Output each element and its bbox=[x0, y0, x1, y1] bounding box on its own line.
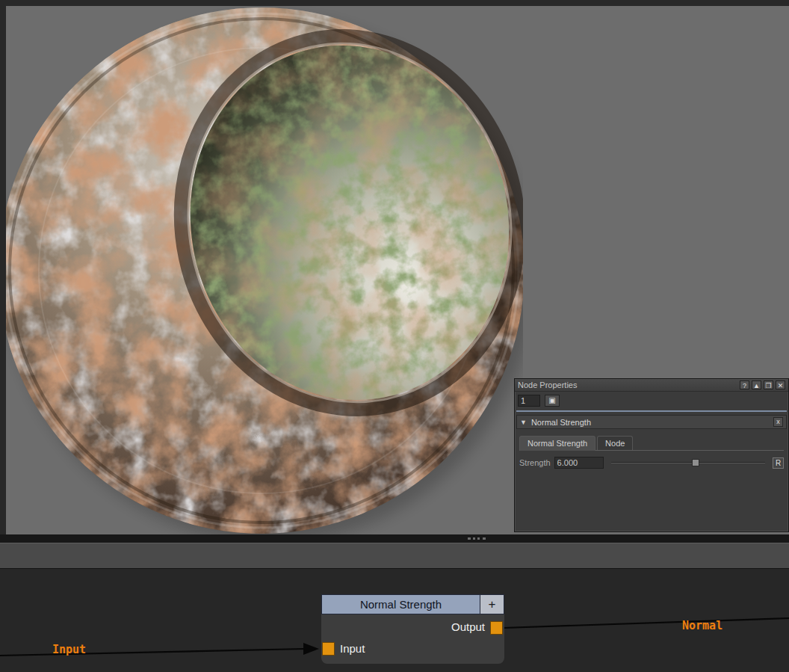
strength-label: Strength bbox=[519, 458, 551, 467]
pin-icon[interactable]: ▲ bbox=[752, 380, 761, 389]
pin-properties-button[interactable]: ▣ bbox=[545, 395, 560, 407]
reset-button[interactable]: R bbox=[773, 457, 784, 469]
add-node-button[interactable]: + bbox=[480, 594, 504, 614]
properties-count-field[interactable] bbox=[518, 395, 540, 407]
viewport-left-border bbox=[0, 0, 6, 534]
wire-label-input: Input bbox=[52, 643, 86, 656]
close-icon[interactable]: ✕ bbox=[776, 380, 785, 389]
section-title: Normal Strength bbox=[531, 418, 591, 427]
splitter-grip[interactable] bbox=[468, 537, 486, 540]
wire-label-normal: Normal bbox=[682, 619, 723, 632]
tab-normal-strength[interactable]: Normal Strength bbox=[519, 436, 595, 451]
viewport-top-border bbox=[0, 0, 789, 6]
collapse-triangle-icon[interactable]: ▼ bbox=[520, 419, 527, 426]
input-port[interactable] bbox=[322, 642, 335, 656]
node-header[interactable]: Normal Strength + bbox=[321, 594, 504, 614]
viewport-3d[interactable]: Node Properties ? ▲ ❐ ✕ ▣ ▼ Normal Stren… bbox=[0, 0, 789, 534]
float-window-icon[interactable]: ❐ bbox=[764, 380, 773, 389]
input-port-label: Input bbox=[340, 642, 365, 655]
nodegraph-toolbar bbox=[0, 543, 789, 569]
panel-separator bbox=[516, 410, 787, 412]
strength-slider-handle[interactable] bbox=[692, 459, 699, 466]
material-preview-sphere bbox=[0, 0, 523, 535]
strength-value-field[interactable] bbox=[554, 457, 604, 469]
node-section-header[interactable]: ▼ Normal Strength x bbox=[516, 415, 787, 429]
help-icon[interactable]: ? bbox=[740, 380, 749, 389]
node-body[interactable]: Output Input bbox=[321, 614, 504, 664]
application-window: Node Properties ? ▲ ❐ ✕ ▣ ▼ Normal Stren… bbox=[0, 0, 789, 672]
properties-content: Strength R bbox=[515, 451, 788, 475]
panel-title: Node Properties bbox=[518, 380, 578, 389]
node-properties-panel: Node Properties ? ▲ ❐ ✕ ▣ ▼ Normal Stren… bbox=[514, 378, 789, 532]
strength-slider[interactable] bbox=[611, 457, 765, 469]
output-port-label: Output bbox=[451, 620, 485, 633]
node-title[interactable]: Normal Strength bbox=[321, 594, 480, 614]
tab-node[interactable]: Node bbox=[597, 436, 633, 450]
normal-strength-node[interactable]: Normal Strength + Output Input bbox=[321, 594, 504, 664]
output-port[interactable] bbox=[490, 621, 503, 635]
properties-tabbar: Normal Strength Node bbox=[519, 435, 784, 451]
node-properties-titlebar[interactable]: Node Properties ? ▲ ❐ ✕ bbox=[515, 379, 788, 392]
slider-track bbox=[611, 462, 765, 463]
pane-splitter[interactable] bbox=[0, 534, 789, 543]
remove-section-button[interactable]: x bbox=[773, 417, 783, 427]
